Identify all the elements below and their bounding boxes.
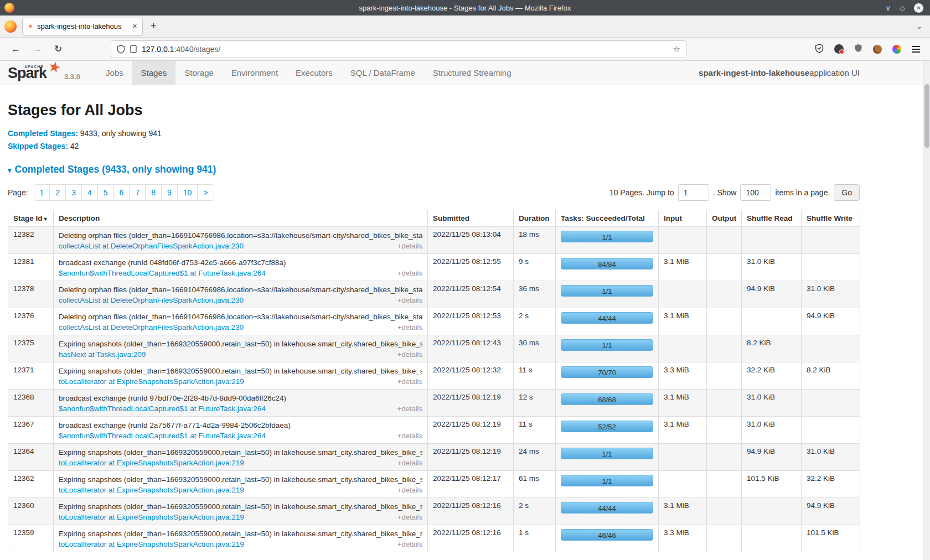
new-tab-button[interactable]: + (151, 20, 157, 32)
page-button[interactable]: 5 (97, 184, 114, 201)
back-button[interactable]: ← (11, 44, 20, 55)
spark-navbar: APACHE Spark ★ 3.3.0 Jobs Stages Storage… (0, 61, 930, 85)
nav-item[interactable]: Jobs (97, 61, 132, 85)
scrollbar-thumb[interactable] (924, 84, 929, 148)
url-bar[interactable]: 127.0.0.1:4040/stages/ ☆ (111, 40, 686, 58)
output-cell (707, 227, 742, 254)
items-per-page-input[interactable] (740, 184, 771, 201)
section-title: Completed Stages (9433, only showing 941… (15, 164, 216, 175)
page-info-icon[interactable] (130, 45, 137, 53)
details-toggle[interactable]: +details (397, 242, 422, 250)
minimize-button[interactable]: ∨ (885, 4, 891, 12)
bookmark-star-icon[interactable]: ☆ (673, 44, 680, 54)
header-tasks[interactable]: Tasks: Succeeded/Total (556, 210, 659, 227)
extension-cookie-icon[interactable] (873, 45, 882, 54)
extension-ublock-icon[interactable] (854, 44, 862, 54)
tracking-shield-icon[interactable] (117, 45, 125, 54)
vertical-scrollbar[interactable] (923, 61, 930, 560)
page-button[interactable]: 3 (65, 184, 82, 201)
header-shuffle-read[interactable]: Shuffle Read (742, 210, 802, 227)
input-cell (659, 281, 707, 308)
details-toggle[interactable]: +details (397, 296, 422, 304)
details-toggle[interactable]: +details (397, 350, 422, 359)
page-button[interactable]: 8 (145, 184, 162, 201)
details-toggle[interactable]: +details (397, 513, 422, 521)
list-tabs-chevron-icon[interactable]: ⌄ (916, 22, 922, 30)
extension-shield-check-icon[interactable] (815, 44, 824, 55)
tasks-progress-label: 70/70 (598, 369, 616, 377)
page-button[interactable]: 4 (81, 184, 98, 201)
nav-item[interactable]: Environment (223, 61, 287, 85)
details-toggle[interactable]: +details (397, 269, 422, 277)
table-row: 12367 broadcast exchange (runId 2a75677f… (8, 417, 860, 444)
stage-description: Deleting orphan files (older_than=166910… (59, 312, 422, 321)
details-toggle[interactable]: +details (397, 486, 422, 494)
stage-callsite-link[interactable]: toLocalIterator at ExpireSnapshotsSparkA… (59, 377, 244, 386)
details-toggle[interactable]: +details (397, 405, 422, 413)
stage-callsite-link[interactable]: collectAsList at DeleteOrphanFilesSparkA… (59, 242, 244, 250)
nav-item[interactable]: Stages (132, 61, 176, 85)
table-row: 12360 Expiring snapshots (older_than=166… (8, 498, 860, 525)
submitted-cell: 2022/11/25 08:12:54 (428, 281, 514, 308)
header-shuffle-write[interactable]: Shuffle Write (802, 210, 860, 227)
header-input[interactable]: Input (659, 210, 707, 227)
stage-callsite-link[interactable]: $anonfun$withThreadLocalCaptured$1 at Fu… (59, 432, 266, 440)
stage-callsite-link[interactable]: toLocalIterator at ExpireSnapshotsSparkA… (59, 513, 244, 521)
nav-item[interactable]: Structured Streaming (424, 61, 520, 85)
details-toggle[interactable]: +details (397, 432, 422, 440)
tasks-progress-bar: 84/84 (561, 258, 653, 269)
header-description[interactable]: Description (54, 210, 428, 227)
application-id: spark-ingest-into-lakehouse application … (699, 61, 860, 85)
stage-callsite-link[interactable]: toLocalIterator at ExpireSnapshotsSparkA… (59, 459, 244, 467)
stage-callsite-link[interactable]: $anonfun$withThreadLocalCaptured$1 at Fu… (59, 269, 266, 277)
page-button[interactable]: 9 (161, 184, 178, 201)
reload-button[interactable]: ↻ (54, 43, 62, 55)
page-button[interactable]: 10 (177, 184, 198, 201)
stage-callsite-link[interactable]: toLocalIterator at ExpireSnapshotsSparkA… (59, 486, 244, 494)
header-stage-id[interactable]: Stage Id▾ (8, 210, 54, 227)
close-button[interactable]: ✕ (914, 3, 923, 13)
nav-item[interactable]: SQL / DataFrame (342, 61, 424, 85)
description-cell: Deleting orphan files (older_than=166910… (54, 308, 428, 335)
menu-icon[interactable] (912, 46, 920, 53)
stage-callsite-link[interactable]: $anonfun$withThreadLocalCaptured$1 at Fu… (59, 405, 266, 413)
stage-id-cell: 12381 (8, 254, 54, 281)
page-button[interactable]: 2 (49, 184, 66, 201)
stage-callsite-link[interactable]: collectAsList at DeleteOrphanFilesSparkA… (59, 296, 244, 304)
header-duration[interactable]: Duration (514, 210, 556, 227)
details-toggle[interactable]: +details (397, 377, 422, 386)
maximize-button[interactable]: ◇ (900, 4, 905, 12)
tasks-progress-label: 68/68 (598, 396, 616, 404)
tasks-cell: 70/70 (556, 362, 659, 390)
extension-mask-icon[interactable] (834, 44, 844, 54)
stage-id-cell: 12359 (8, 525, 54, 552)
page-button[interactable]: > (197, 184, 214, 201)
stage-id-cell: 12362 (8, 471, 54, 498)
shuffle-write-cell: 32.2 KiB (802, 471, 860, 498)
page-button[interactable]: 7 (129, 184, 146, 201)
collapse-triangle-icon: ▾ (8, 166, 12, 174)
stage-callsite-link[interactable]: hasNext at Tasks.java:209 (59, 350, 146, 359)
browser-tab[interactable]: ✶ spark-ingest-into-lakehous ✕ (22, 18, 143, 35)
details-toggle[interactable]: +details (397, 459, 422, 467)
nav-item[interactable]: Executors (287, 61, 342, 85)
tasks-progress-label: 84/84 (598, 260, 616, 268)
window-title: spark-ingest-into-lakehouse - Stages for… (0, 4, 930, 12)
details-toggle[interactable]: +details (397, 323, 422, 331)
page-button[interactable]: 1 (34, 184, 50, 201)
stage-callsite-link[interactable]: toLocalIterator at ExpireSnapshotsSparkA… (59, 540, 244, 548)
tab-close-icon[interactable]: ✕ (132, 23, 137, 30)
details-toggle[interactable]: +details (397, 540, 422, 548)
spark-logo[interactable]: APACHE Spark ★ (8, 61, 59, 85)
extension-pinwheel-icon[interactable] (892, 45, 901, 54)
shuffle-read-cell (742, 498, 802, 525)
page-button[interactable]: 6 (113, 184, 130, 201)
go-button[interactable]: Go (834, 184, 860, 201)
output-cell (707, 281, 742, 308)
header-output[interactable]: Output (707, 210, 742, 227)
completed-stages-section-header[interactable]: ▾Completed Stages (9433, only showing 94… (8, 164, 860, 175)
nav-item[interactable]: Storage (175, 61, 223, 85)
header-submitted[interactable]: Submitted (428, 210, 514, 227)
stage-callsite-link[interactable]: collectAsList at DeleteOrphanFilesSparkA… (59, 323, 244, 331)
jump-to-page-input[interactable] (678, 184, 709, 201)
